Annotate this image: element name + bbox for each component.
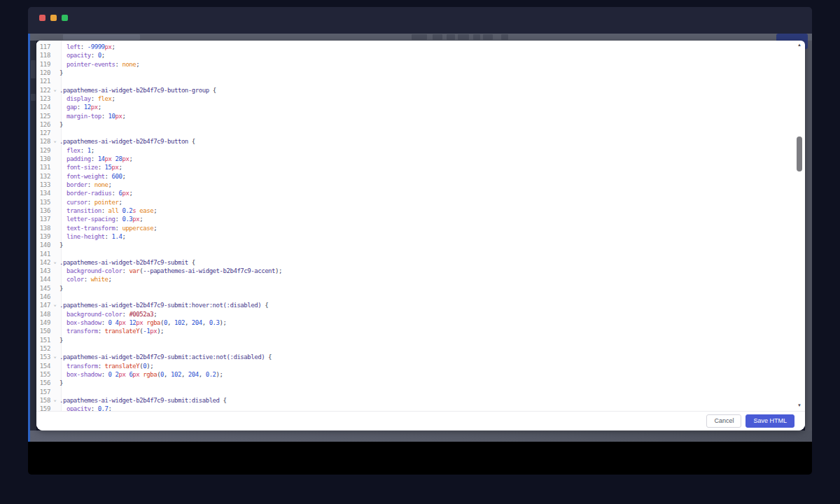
save-html-button[interactable]: Save HTML [746,414,794,428]
line-number: 117 [36,43,50,51]
line-number: 126 [36,120,50,129]
code-line[interactable]: 125 margin-top: 10px; [36,112,805,120]
line-number: 137 [36,215,50,223]
window-maximize-button[interactable] [62,15,68,21]
code-editor[interactable]: 117 left: -9999px;118 opacity: 0;119 poi… [36,41,805,411]
fold-toggle-icon[interactable]: ⌄ [50,353,59,361]
code-line[interactable]: 149 box-shadow: 0 4px 12px rgba(0, 102, … [36,318,805,327]
fold-gutter [50,215,59,223]
dimmed-toolbar-segment [63,34,140,40]
line-number: 132 [36,172,50,181]
code-line[interactable]: 120} [36,69,805,77]
line-number: 130 [36,155,50,163]
fold-gutter [50,284,59,293]
code-line[interactable]: 134 border-radius: 6px; [36,189,805,197]
line-number: 158 [36,396,50,405]
line-number: 123 [36,94,50,103]
line-number: 129 [36,146,50,155]
scrollbar-thumb[interactable] [797,136,802,172]
code-line-text: pointer-events: none; [59,60,139,69]
code-line[interactable]: 123 display: flex; [36,94,805,103]
code-line[interactable]: 157 [36,388,805,396]
code-line[interactable]: 150 transform: translateY(-1px); [36,327,805,335]
fold-gutter [50,172,59,181]
code-line[interactable]: 122⌄.papathemes-ai-widget-b2b4f7c9-butto… [36,86,805,94]
fold-gutter [50,293,59,301]
code-line[interactable]: 117 left: -9999px; [36,43,805,51]
window-close-button[interactable] [39,15,46,21]
code-line[interactable]: 139 line-height: 1.4; [36,232,805,241]
code-line[interactable]: 141 [36,250,805,258]
code-line[interactable]: 130 padding: 14px 28px; [36,155,805,163]
code-line[interactable]: 156} [36,379,805,387]
line-number: 152 [36,344,50,353]
code-line[interactable]: 131 font-size: 15px; [36,163,805,172]
code-line-text: font-weight: 600; [59,172,125,181]
line-number: 139 [36,232,50,241]
fold-toggle-icon[interactable]: ⌄ [50,301,59,309]
fold-toggle-icon[interactable]: ⌄ [50,86,59,94]
code-line[interactable]: 146 [36,293,805,301]
code-line[interactable]: 128⌄.papathemes-ai-widget-b2b4f7c9-butto… [36,137,805,146]
code-line-text: transform: translateY(-1px); [59,327,164,335]
code-line-text: opacity: 0.7; [59,405,112,411]
code-line[interactable]: 126} [36,120,805,129]
line-number: 127 [36,129,50,137]
dimmed-page-strip-below-modal [28,430,812,442]
code-line[interactable]: 147⌄.papathemes-ai-widget-b2b4f7c9-submi… [36,301,805,309]
code-line[interactable]: 129 flex: 1; [36,146,805,155]
editor-scrollbar[interactable]: ▲ ▼ [794,41,804,411]
line-number: 151 [36,336,50,344]
code-line[interactable]: 145} [36,284,805,293]
code-line-text: border-radius: 6px; [59,189,132,197]
line-number: 147 [36,301,50,309]
code-line[interactable]: 140} [36,241,805,249]
fold-gutter [50,327,59,335]
code-line[interactable]: 124 gap: 12px; [36,103,805,111]
code-line-text: } [59,241,63,249]
line-number: 143 [36,267,50,275]
fold-gutter [50,379,59,387]
code-line[interactable]: 143 background-color: var(--papathemes-a… [36,267,805,275]
fold-toggle-icon[interactable]: ⌄ [50,137,59,146]
fold-gutter [50,206,59,215]
fold-gutter [50,224,59,232]
window-minimize-button[interactable] [50,15,57,21]
scrollbar-up-arrow-icon[interactable]: ▲ [794,42,804,48]
code-line[interactable]: 148 background-color: #0052a3; [36,310,805,318]
code-line[interactable]: 119 pointer-events: none; [36,60,805,69]
code-line[interactable]: 158⌄.papathemes-ai-widget-b2b4f7c9-submi… [36,396,805,405]
code-line[interactable]: 154 transform: translateY(0); [36,362,805,370]
dimmed-toolbar-button [473,34,480,40]
fold-gutter [50,112,59,120]
scrollbar-down-arrow-icon[interactable]: ▼ [794,402,804,409]
code-line-text: margin-top: 10px; [59,112,125,120]
cancel-button[interactable]: Cancel [706,414,741,428]
code-line[interactable]: 151} [36,336,805,344]
code-line[interactable]: 159 opacity: 0.7; [36,405,805,411]
fold-gutter [50,275,59,284]
line-number: 118 [36,51,50,59]
code-line[interactable]: 155 box-shadow: 0 2px 6px rgba(0, 102, 2… [36,370,805,379]
code-line[interactable]: 153⌄.papathemes-ai-widget-b2b4f7c9-submi… [36,353,805,361]
code-line[interactable]: 132 font-weight: 600; [36,172,805,181]
code-line-text: } [59,284,63,293]
code-line[interactable]: 121 [36,77,805,85]
code-editor-modal: 117 left: -9999px;118 opacity: 0;119 poi… [36,41,805,430]
code-line[interactable]: 142⌄.papathemes-ai-widget-b2b4f7c9-submi… [36,258,805,267]
fold-toggle-icon[interactable]: ⌄ [50,258,59,267]
code-line-text: } [59,120,63,129]
code-line[interactable]: 136 transition: all 0.2s ease; [36,206,805,215]
code-line[interactable]: 118 opacity: 0; [36,51,805,59]
code-line[interactable]: 133 border: none; [36,181,805,189]
line-number: 135 [36,198,50,206]
code-line[interactable]: 138 text-transform: uppercase; [36,224,805,232]
dimmed-sidebar-item [31,60,36,78]
code-line[interactable]: 144 color: white; [36,275,805,284]
window-titlebar [28,7,812,34]
code-line[interactable]: 137 letter-spacing: 0.3px; [36,215,805,223]
code-line[interactable]: 152 [36,344,805,353]
fold-toggle-icon[interactable]: ⌄ [50,396,59,405]
code-line[interactable]: 127 [36,129,805,137]
code-line[interactable]: 135 cursor: pointer; [36,198,805,206]
